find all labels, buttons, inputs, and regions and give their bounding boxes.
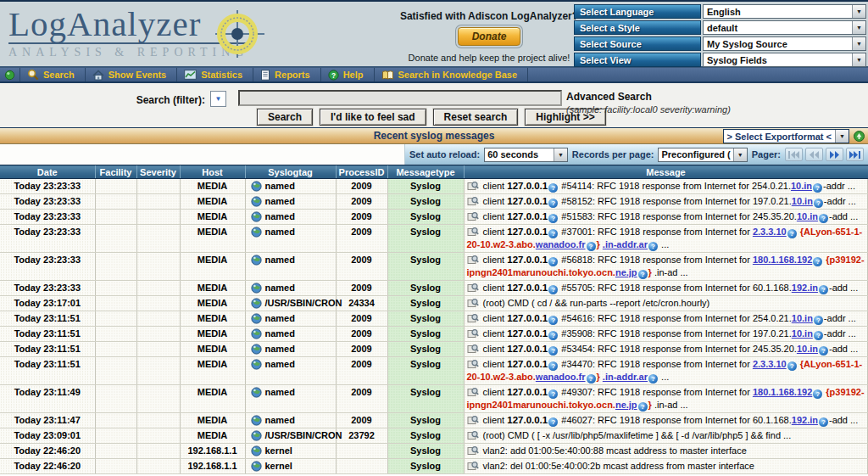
help-bubble-icon[interactable]: ? bbox=[813, 257, 822, 266]
chevron-down-icon[interactable]: ▼ bbox=[852, 37, 865, 50]
help-bubble-icon[interactable]: ? bbox=[648, 374, 658, 384]
help-bubble-icon[interactable]: ? bbox=[548, 285, 558, 294]
selector-dropdown[interactable]: default▼ bbox=[703, 20, 866, 35]
pager-last-button[interactable] bbox=[846, 148, 864, 161]
pager-next-button[interactable] bbox=[826, 148, 843, 161]
message-link[interactable]: .in-addr.ar bbox=[603, 372, 648, 382]
column-header-syslogtag[interactable]: Syslogtag bbox=[245, 165, 336, 179]
search-button-i-d-like-to-feel-sad[interactable]: I'd like to feel sad bbox=[320, 109, 426, 126]
help-bubble-icon[interactable]: ? bbox=[814, 331, 823, 340]
help-bubble-icon[interactable]: ? bbox=[813, 389, 822, 399]
selector-dropdown[interactable]: Syslog Fields▼ bbox=[703, 53, 866, 67]
help-bubble-icon[interactable]: ? bbox=[548, 417, 558, 427]
help-bubble-icon[interactable]: ? bbox=[787, 361, 797, 371]
chevron-down-icon[interactable]: ▼ bbox=[835, 130, 849, 143]
inspect-message-icon[interactable] bbox=[467, 196, 483, 206]
help-bubble-icon[interactable]: ? bbox=[548, 199, 558, 208]
inspect-message-icon[interactable] bbox=[467, 359, 483, 369]
message-link[interactable]: ne.jp bbox=[615, 267, 637, 277]
records-per-page-dropdown[interactable]: Preconfigured ( ▼ bbox=[658, 148, 747, 162]
message-link[interactable]: ne.jp bbox=[615, 400, 637, 410]
selector-label[interactable]: Select Source bbox=[574, 36, 701, 51]
help-bubble-icon[interactable]: ? bbox=[548, 229, 558, 238]
menu-item-show-events[interactable]: Show Events bbox=[86, 68, 177, 81]
message-link[interactable]: 10.in bbox=[792, 196, 813, 206]
help-bubble-icon[interactable]: ? bbox=[548, 316, 558, 325]
inspect-message-icon[interactable] bbox=[467, 415, 483, 425]
inspect-message-icon[interactable] bbox=[467, 387, 483, 397]
message-link[interactable]: 180.1.168.192 bbox=[753, 387, 812, 397]
help-bubble-icon[interactable]: ? bbox=[548, 389, 558, 399]
message-link[interactable]: 192.in bbox=[792, 415, 818, 425]
message-link[interactable]: 2.3.3.10 bbox=[753, 227, 787, 237]
inspect-message-icon[interactable] bbox=[467, 344, 483, 354]
column-header-host[interactable]: Host bbox=[180, 165, 245, 179]
filter-dropdown-button[interactable]: ▼ bbox=[210, 91, 226, 107]
selector-label[interactable]: Select a Style bbox=[574, 20, 701, 35]
column-header-facility[interactable]: Facility bbox=[95, 165, 136, 179]
help-bubble-icon[interactable]: ? bbox=[819, 285, 828, 294]
inspect-message-icon[interactable] bbox=[467, 298, 483, 308]
inspect-message-icon[interactable] bbox=[467, 328, 483, 339]
column-header-severity[interactable]: Severity bbox=[136, 165, 180, 179]
help-bubble-icon[interactable]: ? bbox=[638, 270, 648, 279]
help-bubble-icon[interactable]: ? bbox=[814, 199, 823, 208]
menu-item-help[interactable]: ?Help bbox=[321, 68, 375, 81]
help-bubble-icon[interactable]: ? bbox=[548, 331, 558, 340]
pager-previous-button[interactable] bbox=[805, 148, 823, 161]
inspect-message-icon[interactable] bbox=[467, 283, 483, 293]
help-bubble-icon[interactable]: ? bbox=[819, 214, 828, 223]
message-link[interactable]: .in-addr.ar bbox=[603, 239, 648, 249]
menu-item-statistics[interactable]: Statistics bbox=[177, 68, 253, 81]
column-header-processid[interactable]: ProcessID bbox=[336, 165, 387, 179]
message-link[interactable]: 10.in bbox=[791, 181, 812, 191]
chevron-down-icon[interactable]: ▼ bbox=[852, 5, 865, 18]
donate-button[interactable]: Donate bbox=[458, 27, 520, 46]
chevron-down-icon[interactable]: ▼ bbox=[852, 53, 865, 66]
search-input[interactable] bbox=[238, 90, 562, 106]
advanced-search-link[interactable]: Advanced Search bbox=[566, 91, 731, 103]
help-bubble-icon[interactable]: ? bbox=[587, 242, 596, 251]
message-link[interactable]: 10.in bbox=[792, 313, 813, 323]
message-link[interactable]: 10.in bbox=[797, 211, 818, 221]
pager-first-button[interactable] bbox=[785, 148, 803, 161]
help-bubble-icon[interactable]: ? bbox=[819, 417, 828, 427]
help-bubble-icon[interactable]: ? bbox=[787, 229, 797, 238]
inspect-message-icon[interactable] bbox=[467, 227, 483, 237]
inspect-message-icon[interactable] bbox=[467, 181, 483, 191]
selector-dropdown[interactable]: English▼ bbox=[703, 4, 866, 19]
selector-dropdown[interactable]: My Syslog Source▼ bbox=[703, 36, 866, 51]
inspect-message-icon[interactable] bbox=[467, 430, 483, 440]
help-bubble-icon[interactable]: ? bbox=[648, 242, 658, 251]
inspect-message-icon[interactable] bbox=[467, 461, 483, 471]
chevron-down-icon[interactable]: ▼ bbox=[733, 148, 747, 161]
inspect-message-icon[interactable] bbox=[467, 211, 483, 221]
help-bubble-icon[interactable]: ? bbox=[638, 402, 648, 412]
selector-label[interactable]: Select View bbox=[574, 53, 701, 67]
selector-label[interactable]: Select Language bbox=[574, 4, 701, 19]
message-link[interactable]: wanadoo.fr bbox=[536, 372, 586, 382]
help-bubble-icon[interactable]: ? bbox=[819, 346, 828, 356]
column-header-messagetype[interactable]: Messagetype bbox=[387, 165, 464, 179]
help-bubble-icon[interactable]: ? bbox=[548, 257, 558, 266]
inspect-message-icon[interactable] bbox=[467, 313, 483, 323]
message-link[interactable]: 2.3.3.10 bbox=[753, 359, 787, 369]
help-bubble-icon[interactable]: ? bbox=[813, 183, 822, 193]
help-bubble-icon[interactable]: ? bbox=[548, 346, 558, 356]
chevron-down-icon[interactable]: ▼ bbox=[554, 148, 567, 161]
menu-item-search[interactable]: Search bbox=[20, 68, 86, 81]
auto-reload-dropdown[interactable]: 60 seconds ▼ bbox=[484, 148, 568, 162]
message-link[interactable]: 10.in bbox=[792, 328, 813, 339]
menu-item-search-in-knowledge-base[interactable]: Search in Knowledge Base bbox=[375, 68, 529, 81]
help-bubble-icon[interactable]: ? bbox=[548, 214, 558, 223]
export-format-dropdown[interactable]: > Select Exportformat < ▼ bbox=[723, 129, 850, 143]
message-link[interactable]: 180.1.168.192 bbox=[753, 255, 812, 265]
message-link[interactable]: wanadoo.fr bbox=[536, 239, 586, 249]
help-bubble-icon[interactable]: ? bbox=[814, 316, 823, 325]
menu-item-reports[interactable]: Reports bbox=[253, 68, 321, 81]
inspect-message-icon[interactable] bbox=[467, 255, 483, 265]
inspect-message-icon[interactable] bbox=[467, 445, 483, 456]
column-header-date[interactable]: Date bbox=[0, 165, 95, 179]
help-bubble-icon[interactable]: ? bbox=[548, 183, 558, 193]
message-link[interactable]: 192.in bbox=[792, 283, 818, 293]
